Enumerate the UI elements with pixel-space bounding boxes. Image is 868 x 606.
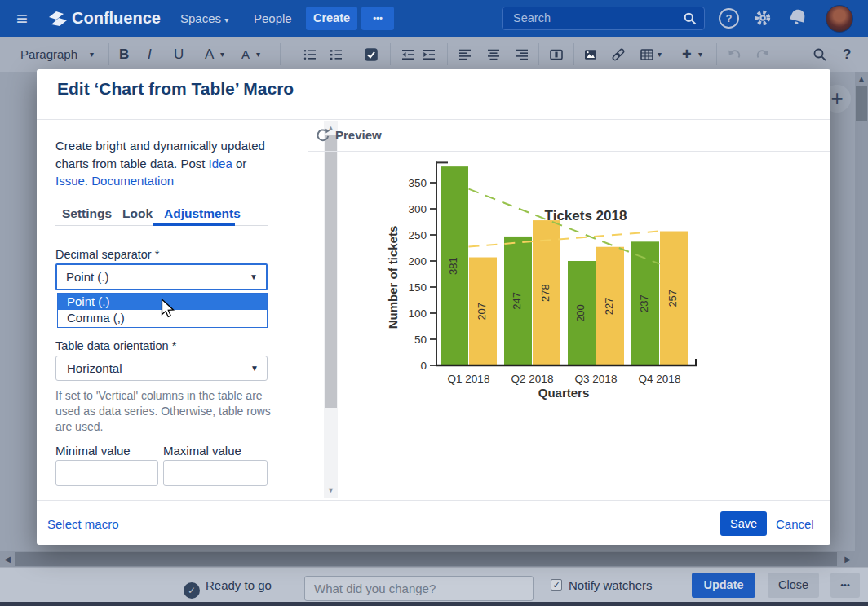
orientation-select[interactable]: Horizontal ▼: [55, 356, 268, 381]
scroll-up-arrow[interactable]: ▲: [855, 74, 868, 83]
text-color-button[interactable]: A: [205, 37, 214, 72]
macro-description: Create bright and dynamically updated ch…: [55, 137, 272, 190]
divider: [447, 43, 448, 65]
svg-text:300: 300: [408, 203, 427, 215]
bold-button[interactable]: B: [119, 37, 129, 72]
header-more-button[interactable]: •••: [361, 7, 394, 30]
select-caret-icon: ▼: [250, 356, 259, 380]
scroll-right-arrow[interactable]: ▶: [842, 551, 853, 567]
tab-settings[interactable]: Settings: [62, 206, 112, 221]
notifications-bell-icon[interactable]: [788, 7, 808, 27]
documentation-link[interactable]: Documentation: [91, 174, 174, 188]
max-value-input[interactable]: [163, 460, 268, 486]
search-placeholder: Search: [513, 7, 551, 29]
footer-more-button[interactable]: •••: [830, 573, 860, 598]
chart-preview: Tickets 2018Number of tickets05010015020…: [308, 151, 830, 499]
numbered-list-icon[interactable]: [329, 47, 343, 62]
dialog-title: Edit ‘Chart from Table’ Macro: [57, 79, 294, 99]
decimal-separator-select[interactable]: Point (.) ▼: [55, 263, 268, 290]
search-input[interactable]: Search: [502, 7, 705, 30]
chevron-down-icon[interactable]: ▾: [90, 37, 94, 72]
italic-button[interactable]: I: [148, 37, 152, 72]
outdent-icon[interactable]: [401, 47, 415, 62]
svg-text:237: 237: [638, 294, 650, 312]
tab-look[interactable]: Look: [122, 206, 153, 221]
undo-icon[interactable]: [727, 47, 742, 62]
align-center-icon[interactable]: [486, 47, 501, 62]
svg-text:Q3 2018: Q3 2018: [575, 373, 618, 385]
page-horizontal-scrollbar[interactable]: ◀ ▶: [0, 551, 868, 567]
close-button[interactable]: Close: [768, 573, 819, 598]
chevron-down-icon[interactable]: ▾: [220, 37, 224, 72]
min-value-input[interactable]: [55, 460, 158, 486]
underline-button[interactable]: U: [174, 37, 184, 72]
create-button[interactable]: Create: [306, 7, 357, 30]
task-list-icon[interactable]: [364, 47, 379, 62]
nav-people[interactable]: People: [254, 0, 292, 37]
divider: [538, 43, 539, 65]
insert-table-icon[interactable]: [640, 47, 654, 62]
scroll-left-arrow[interactable]: ◀: [2, 551, 13, 567]
chevron-down-icon[interactable]: ▾: [256, 37, 260, 72]
bullet-list-icon[interactable]: [303, 47, 317, 62]
highlight-color-button[interactable]: A: [241, 37, 250, 72]
gear-icon[interactable]: [753, 8, 773, 28]
tab-adjustments[interactable]: Adjustments: [164, 206, 241, 221]
divider: [390, 43, 391, 65]
preview-panel: Preview Tickets 2018Number of tickets050…: [308, 119, 830, 500]
insert-link-icon[interactable]: [611, 47, 626, 62]
svg-text:278: 278: [539, 284, 551, 302]
issue-link[interactable]: Issue: [55, 174, 85, 188]
min-value-label: Minimal value: [55, 444, 131, 458]
page-layout-icon[interactable]: [549, 47, 564, 62]
chevron-down-icon[interactable]: ▾: [698, 37, 702, 72]
select-caret-icon: ▼: [250, 265, 258, 289]
preview-label: Preview: [335, 128, 382, 142]
vertical-scroll-thumb[interactable]: [856, 86, 867, 121]
avatar[interactable]: [826, 5, 853, 33]
cancel-button[interactable]: Cancel: [776, 517, 814, 531]
toolbar-help-icon[interactable]: ?: [843, 37, 851, 72]
chevron-down-icon[interactable]: ▾: [658, 37, 662, 72]
svg-text:247: 247: [511, 292, 523, 310]
save-button[interactable]: Save: [720, 511, 767, 536]
app-header: ≡ Confluence Spaces ▾ People Create ••• …: [0, 0, 868, 37]
help-icon[interactable]: ?: [719, 8, 739, 29]
align-left-icon[interactable]: [458, 47, 472, 62]
insert-image-icon[interactable]: [583, 47, 598, 62]
search-icon[interactable]: [684, 12, 697, 25]
divider: [280, 43, 281, 65]
confluence-logo-icon[interactable]: [47, 11, 69, 27]
redo-icon[interactable]: [755, 47, 770, 62]
idea-link[interactable]: Idea: [209, 157, 232, 170]
svg-text:250: 250: [408, 229, 427, 241]
svg-text:207: 207: [476, 303, 488, 321]
paragraph-style-dropdown[interactable]: Paragraph: [20, 37, 78, 72]
select-macro-link[interactable]: Select macro: [47, 517, 119, 531]
version-comment-placeholder: What did you change?: [314, 582, 436, 595]
insert-more-icon[interactable]: +: [682, 37, 692, 72]
svg-text:200: 200: [574, 304, 587, 322]
nav-spaces[interactable]: Spaces ▾: [180, 0, 228, 38]
status-check-icon: ✓: [184, 582, 200, 599]
update-button[interactable]: Update: [692, 573, 755, 598]
hamburger-menu-icon[interactable]: ≡: [16, 0, 28, 37]
svg-text:350: 350: [408, 177, 427, 189]
svg-text:0: 0: [420, 360, 427, 372]
divider: [108, 43, 109, 65]
svg-text:257: 257: [666, 290, 679, 307]
orientation-value: Horizontal: [67, 361, 122, 375]
refresh-preview-icon[interactable]: [316, 128, 330, 143]
align-right-icon[interactable]: [515, 47, 529, 62]
svg-text:Q2 2018: Q2 2018: [512, 373, 554, 385]
indent-icon[interactable]: [422, 47, 436, 62]
notify-watchers-label[interactable]: Notify watchers: [569, 568, 653, 603]
notify-watchers-checkbox[interactable]: ✓: [551, 579, 562, 591]
horizontal-scroll-thumb[interactable]: [15, 552, 837, 566]
svg-text:227: 227: [603, 298, 615, 316]
brand-title[interactable]: Confluence: [72, 0, 161, 37]
page-vertical-scrollbar[interactable]: ▲: [855, 72, 868, 567]
find-replace-icon[interactable]: [813, 47, 827, 62]
version-comment-input[interactable]: What did you change?: [304, 576, 534, 601]
divider: [574, 43, 574, 65]
